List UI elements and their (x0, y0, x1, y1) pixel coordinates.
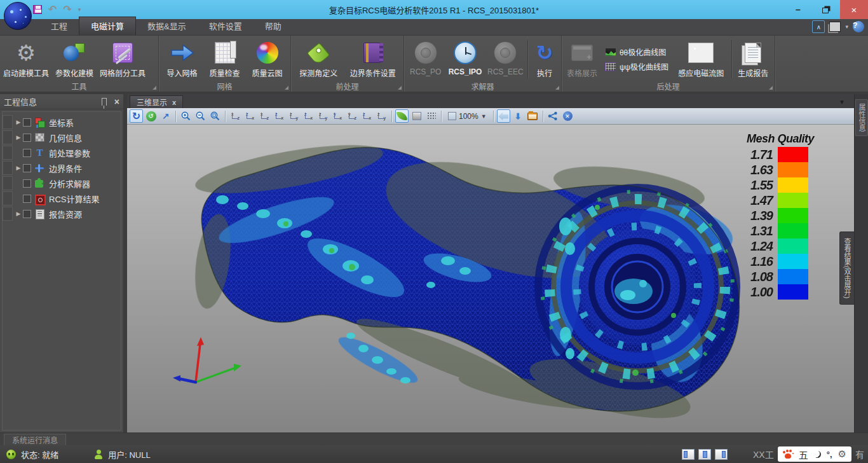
ime-mode-label[interactable]: 五 (799, 448, 808, 461)
expand-arrow-icon[interactable]: ▶ (14, 119, 23, 125)
zoom-out-button[interactable] (194, 109, 207, 123)
share-view-button[interactable] (546, 109, 560, 123)
help-icon[interactable]: ? (853, 21, 864, 32)
checkbox[interactable] (23, 134, 31, 142)
panel-close-icon[interactable]: × (114, 97, 119, 107)
view-zy2-button[interactable]: zy (316, 110, 330, 122)
generate-report-button[interactable]: 生成报告 (735, 38, 773, 81)
pin-icon[interactable] (102, 98, 107, 106)
view-zy-button[interactable]: zy (287, 110, 301, 122)
checkbox[interactable] (23, 164, 31, 172)
orbit-view-button[interactable]: ↺ (144, 109, 158, 123)
view-xz-button[interactable]: xz (229, 110, 242, 122)
layout-right-button[interactable] (715, 449, 728, 460)
points-mode-button[interactable] (424, 109, 438, 123)
psi-polar-curve-button[interactable]: ψψ极化曲线图 (605, 61, 668, 72)
tab-list-dropdown-icon[interactable]: ▼ (839, 99, 845, 106)
quality-check-button[interactable]: 质量检查 (204, 38, 245, 81)
pan-view-button[interactable]: ↗ (159, 109, 172, 123)
tab-close-icon[interactable]: x (172, 99, 176, 106)
tree-item-geometry-info[interactable]: ▶ 几何信息 (3, 130, 121, 145)
menu-tab-em-compute[interactable]: 电磁计算 (79, 17, 136, 35)
close-button[interactable]: × (840, 0, 868, 19)
group-expand-icon[interactable] (153, 86, 156, 90)
minimize-button[interactable]: – (784, 0, 812, 19)
view-yx-button[interactable]: yx (331, 110, 344, 122)
shaded-mode-button[interactable] (395, 109, 409, 123)
theta-polar-curve-button[interactable]: θθ极化曲线图 (605, 46, 668, 57)
wireframe-mode-button[interactable] (410, 109, 423, 123)
parametric-modeling-button[interactable]: 参数化建模 (51, 38, 98, 81)
tree-item-rcs-results[interactable]: RCS计算结果 (3, 191, 121, 206)
gear-icon[interactable]: ⚙ (838, 448, 846, 460)
expand-arrow-icon[interactable]: ▶ (14, 134, 23, 141)
boundary-settings-button[interactable]: 边界条件设置 (345, 38, 401, 81)
expand-arrow-icon[interactable]: ▶ (14, 165, 23, 171)
rcs-eec-button[interactable]: RCS_EEC (486, 38, 525, 81)
display-mode-icon[interactable] (829, 22, 841, 32)
view-yz-button[interactable]: yz (346, 110, 359, 122)
zoom-level-select[interactable]: 100% ▼ (445, 109, 490, 123)
group-expand-icon[interactable] (769, 86, 773, 90)
previous-view-button[interactable] (497, 109, 510, 123)
group-expand-icon[interactable] (555, 86, 559, 90)
menu-tab-data-display[interactable]: 数据&显示 (136, 17, 198, 35)
app-logo-icon[interactable] (4, 2, 32, 30)
layout-center-button[interactable] (698, 449, 711, 460)
tree-item-report-resources[interactable]: ▶ 报告资源 (3, 206, 121, 221)
probe-angle-button[interactable]: 探测角定义 (294, 38, 344, 81)
tree-item-coordinate-system[interactable]: ▶ 坐标系 (3, 114, 121, 130)
induction-current-map-button[interactable]: 感应电磁流图 (674, 38, 729, 81)
view-zx2-button[interactable]: zx (273, 110, 286, 122)
redo-icon[interactable]: ↷ (63, 5, 71, 14)
zoom-fit-button[interactable] (208, 109, 222, 123)
group-expand-icon[interactable] (285, 86, 288, 90)
scene-manager-button[interactable] (526, 109, 539, 123)
view-zy3-button[interactable]: zy (375, 110, 388, 122)
next-view-button[interactable]: ⬇ (512, 109, 525, 123)
menu-tab-settings[interactable]: 软件设置 (198, 17, 254, 35)
checkbox[interactable] (23, 195, 31, 203)
qat-dropdown-icon[interactable]: ▾ (78, 6, 81, 13)
import-mesh-button[interactable]: 导入网格 (161, 38, 203, 81)
restore-button[interactable] (812, 0, 840, 19)
rcs-po-button[interactable]: RCS_PO (407, 38, 444, 81)
group-expand-icon[interactable] (398, 86, 402, 90)
view-results-tab[interactable]: 查看结果(双击展开) (839, 232, 854, 305)
tree-item-preprocess-params[interactable]: T 前处理参数 (3, 145, 121, 160)
view-xz2-button[interactable]: xz (258, 110, 271, 122)
tree-item-boundary-conditions[interactable]: ▶ 边界条件 (3, 160, 121, 176)
menu-tab-project[interactable]: 工程 (39, 17, 79, 35)
checkbox[interactable] (23, 210, 31, 218)
system-message-tab[interactable]: 系统运行消息 (4, 434, 66, 445)
checkbox[interactable] (23, 118, 31, 127)
undo-icon[interactable]: ↶ (48, 5, 57, 14)
launch-modeling-tool-button[interactable]: ⚙ 启动建模工具 (3, 38, 50, 81)
save-icon[interactable] (33, 5, 42, 14)
checkbox[interactable] (23, 149, 31, 157)
rcs-ipo-button[interactable]: RCS_IPO (445, 38, 484, 81)
checkbox[interactable] (23, 179, 31, 188)
execute-button[interactable]: ↻ 执行 (531, 38, 559, 81)
quality-cloudmap-button[interactable]: 质量云图 (247, 38, 288, 81)
view-zx-button[interactable]: zx (243, 110, 257, 122)
properties-tab[interactable]: 属性信息 (855, 99, 868, 136)
moon-icon[interactable] (814, 451, 821, 458)
expand-arrow-icon[interactable]: ▶ (14, 211, 23, 217)
tree-item-analysis-solver[interactable]: 分析求解器 (3, 176, 121, 191)
meshing-tool-button[interactable]: 网格剖分工具 (99, 38, 146, 81)
viewport-3d[interactable]: Mesh Quality 1.71 1.63 1.55 1.47 1.39 1.… (127, 125, 854, 432)
layout-left-button[interactable] (682, 449, 695, 460)
ime-paw-icon[interactable] (783, 450, 793, 459)
view-zx3-button[interactable]: zx (302, 110, 315, 122)
view-zx4-button[interactable]: zx (360, 110, 374, 122)
display-dropdown-icon[interactable]: ▾ (845, 24, 848, 30)
menu-tab-help[interactable]: 帮助 (254, 17, 293, 35)
zoom-in-button[interactable] (179, 109, 193, 123)
tab-3d-display[interactable]: 三维显示 x (130, 95, 183, 108)
close-view-button[interactable]: ✕ (561, 109, 574, 123)
collapse-ribbon-button[interactable]: ∧ (812, 20, 825, 33)
table-display-button[interactable]: 表格展示 (564, 38, 600, 81)
ime-punctuation[interactable]: °, (827, 450, 832, 459)
rotate-view-button[interactable]: ↻ (130, 109, 143, 123)
